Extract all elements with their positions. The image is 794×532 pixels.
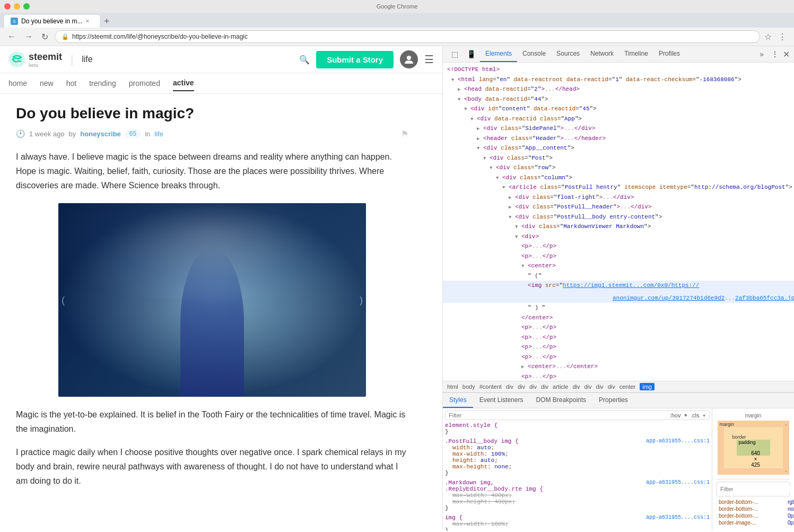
new-tab-button[interactable]: + [100, 16, 114, 27]
code-line: " ) " [443, 303, 794, 313]
bracket-right: ) [360, 294, 363, 306]
code-line: <!DOCTYPE html> [443, 65, 794, 75]
hamburger-menu-button[interactable]: ☰ [424, 53, 434, 66]
tab-close-icon[interactable]: × [85, 18, 89, 25]
devtools-panel: ⬚ 📱 Elements Console Sources Network Tim… [443, 46, 794, 530]
css-prop-row: border-bottom-... rgb(5... [717, 499, 790, 505]
css-prop-name: border-bottom-... [719, 499, 788, 505]
expand-icon[interactable]: ▼ [451, 77, 454, 83]
style-source[interactable]: app-a631955....css:1 [646, 514, 710, 520]
style-source[interactable]: app-a631955....css:1 [646, 438, 710, 444]
devtools-tab-sources[interactable]: Sources [551, 46, 585, 62]
breadcrumb-item-div6[interactable]: div [584, 383, 592, 390]
bottom-tab-properties[interactable]: Properties [592, 393, 634, 408]
styles-filter-input[interactable] [449, 412, 667, 418]
breadcrumb-item-content[interactable]: #content [479, 383, 502, 390]
maximize-button[interactable] [23, 3, 30, 10]
markdown-img-rule: .Markdown img, app-a631955....css:1 .Rep… [445, 479, 710, 511]
breadcrumb-item-div2[interactable]: div [518, 383, 525, 390]
breadcrumb-item-article[interactable]: article [553, 383, 568, 390]
style-selector: .PostFull__body img { [445, 438, 519, 444]
cls-button[interactable]: .cls [691, 412, 700, 418]
payout-badge: 65 [125, 129, 141, 138]
style-prop: max-width: 400px; [445, 492, 512, 499]
device-mode-button[interactable]: 📱 [463, 47, 480, 62]
bottom-tab-event-listeners[interactable]: Event Listeners [473, 393, 530, 408]
menu-button[interactable]: ⋮ [776, 31, 789, 43]
code-line: </center> [443, 313, 794, 323]
code-line: ▶ <div class="PostFull__header">...</div… [443, 202, 794, 212]
back-button[interactable]: ← [5, 31, 18, 42]
devtools-tab-elements[interactable]: Elements [480, 46, 517, 62]
search-button[interactable]: 🔍 [299, 55, 310, 65]
breadcrumb-item-div1[interactable]: div [506, 383, 513, 390]
nav-tab-trending[interactable]: trending [89, 76, 116, 91]
devtools-toolbar: ⬚ 📱 Elements Console Sources Network Tim… [443, 46, 794, 63]
reload-button[interactable]: ↻ [39, 31, 50, 43]
breadcrumb-item-img[interactable]: img [640, 383, 655, 390]
nav-tab-active[interactable]: active [173, 75, 194, 91]
bottom-tab-dom-breakpoints[interactable]: DOM Breakpoints [529, 393, 592, 408]
logo-beta: beta [29, 63, 62, 68]
nav-tab-new[interactable]: new [40, 76, 54, 91]
inspect-element-button[interactable]: ⬚ [447, 47, 463, 62]
breadcrumb-item-div7[interactable]: div [596, 383, 604, 390]
filter-dot: ● [684, 412, 687, 418]
breadcrumb-item-center[interactable]: center [620, 383, 636, 390]
code-line: ▼ <div class="PostFull__body entry-conte… [443, 212, 794, 222]
devtools-more-button[interactable]: » [756, 48, 767, 60]
breadcrumb-item-div4[interactable]: div [541, 383, 548, 390]
css-prop-row: border-image-... 0px [717, 519, 790, 526]
active-tab[interactable]: S Do you believe in m... × [4, 15, 100, 28]
breadcrumb-item-div3[interactable]: div [529, 383, 537, 390]
nav-tab-promoted[interactable]: promoted [129, 76, 160, 91]
style-prop: height: auto; [445, 457, 498, 464]
bookmark-button[interactable]: ⚑ [401, 129, 408, 139]
style-prop: max-width: 100%; [445, 521, 509, 527]
code-line: ▼ <article class="PostFull hentry" items… [443, 182, 794, 193]
author-link[interactable]: honeyscribe [80, 130, 121, 138]
minimize-button[interactable] [14, 3, 20, 10]
code-line: <p>...</p> [443, 372, 794, 381]
bookmark-button[interactable]: ☆ [764, 32, 772, 42]
user-icon [404, 54, 414, 65]
css-props-filter-input[interactable] [720, 486, 793, 492]
nav-tab-hot[interactable]: hot [66, 76, 76, 91]
style-source[interactable]: app-a631955....css:1 [646, 479, 710, 485]
style-prop: max-height: 400px; [445, 499, 516, 505]
bottom-tab-styles[interactable]: Styles [443, 393, 473, 408]
site-header: steemit beta | life 🔍 Submit a Story ☰ [0, 46, 442, 73]
code-line: ▼ <div class="App__content"> [443, 143, 794, 153]
breadcrumb-item-div8[interactable]: div [608, 383, 615, 390]
user-avatar-button[interactable] [400, 50, 418, 68]
css-props-filter-bar: Show all [717, 482, 790, 496]
devtools-tab-network[interactable]: Network [585, 46, 619, 62]
elements-code-panel[interactable]: <!DOCTYPE html> ▼ <html lang="en" data-r… [443, 63, 794, 381]
devtools-tab-profiles[interactable]: Profiles [653, 46, 685, 62]
devtools-close-button[interactable]: ✕ [783, 49, 790, 59]
css-prop-row: border-bottom-... none [717, 505, 790, 512]
tab-bar: S Do you believe in m... × + [0, 13, 794, 28]
devtools-tab-timeline[interactable]: Timeline [619, 46, 653, 62]
bottom-content: :hov ● .cls + element.style { } .PostFul… [443, 408, 794, 530]
css-prop-name: border-bottom-... [719, 506, 788, 512]
code-line: ▼ <div class="column"> [443, 173, 794, 183]
breadcrumb-item-html[interactable]: html [447, 383, 458, 390]
breadcrumb-item-body[interactable]: body [463, 383, 475, 390]
devtools-tab-console[interactable]: Console [517, 46, 551, 62]
nav-tab-home[interactable]: home [8, 76, 27, 91]
code-line-img[interactable]: <img src="https://img1.steemit...com/0x0… [443, 281, 794, 303]
code-line: ▼ <html lang="en" data-reactroot data-re… [443, 75, 794, 85]
submit-story-button[interactable]: Submit a Story [316, 51, 394, 68]
lock-icon: 🔒 [62, 33, 69, 40]
bottom-tabs: Styles Event Listeners DOM Breakpoints P… [443, 393, 794, 408]
add-style-button[interactable]: + [703, 412, 706, 418]
forward-button[interactable]: → [22, 31, 35, 42]
devtools-settings-button[interactable]: ⋮ [767, 47, 783, 62]
url-bar[interactable]: 🔒 https://steemit.com/life/@honeyscribe/… [55, 30, 760, 43]
breadcrumb-item-div5[interactable]: div [572, 383, 580, 390]
code-line: <p>...</p> [443, 342, 794, 352]
hov-button[interactable]: :hov [670, 412, 681, 418]
category-link[interactable]: life [154, 130, 163, 138]
close-button[interactable] [4, 3, 11, 10]
